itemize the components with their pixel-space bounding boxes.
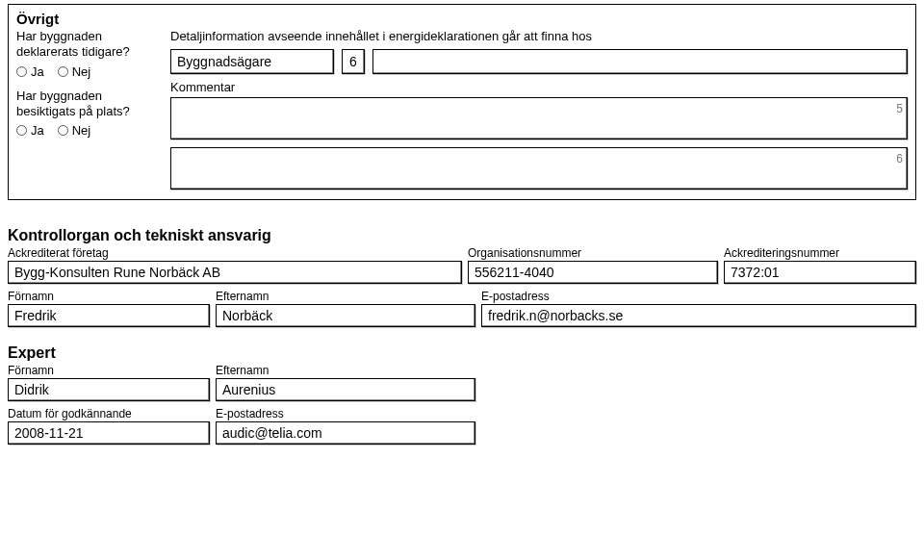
kontroll-section: Kontrollorgan och tekniskt ansvarig Ackr… [8, 227, 916, 327]
email-label: E-postadress [481, 290, 916, 303]
expert-date-field[interactable]: 2008-11-21 [8, 421, 210, 445]
declared-nej-option[interactable]: Nej [58, 64, 91, 79]
accnum-field[interactable]: 7372:01 [724, 261, 916, 284]
expert-date-label: Datum för godkännande [8, 407, 210, 420]
source-name-field[interactable]: Byggnadsägare [170, 49, 334, 74]
kommentar-field-2[interactable]: 6 [170, 147, 908, 190]
detail-info-text: Detaljinformation avseende innehållet i … [170, 29, 908, 43]
ovrigt-section: Övrigt Har byggnaden deklarerats tidigar… [8, 4, 916, 200]
declared-ja-option[interactable]: Ja [16, 64, 44, 79]
expert-fname-label: Förnamn [8, 364, 210, 377]
expert-lname-field[interactable]: Aurenius [216, 378, 475, 401]
radio-icon [58, 66, 68, 77]
expert-email-label: E-postadress [216, 407, 475, 420]
fname-field[interactable]: Fredrik [8, 304, 210, 327]
company-field[interactable]: Bygg-Konsulten Rune Norbäck AB [8, 261, 462, 284]
expert-section: Expert Förnamn Didrik Efternamn Aurenius… [8, 344, 916, 445]
org-field[interactable]: 556211-4040 [468, 261, 718, 284]
declared-radio-group: Ja Nej [16, 64, 153, 79]
radio-label-ja: Ja [31, 123, 44, 138]
inspected-ja-option[interactable]: Ja [16, 123, 44, 138]
expert-heading: Expert [8, 344, 916, 362]
source-blank-field[interactable] [372, 49, 908, 74]
inspected-nej-option[interactable]: Nej [58, 123, 91, 138]
expert-lname-label: Efternamn [216, 364, 475, 377]
radio-label-nej: Nej [72, 123, 91, 138]
radio-icon [16, 66, 27, 77]
kontroll-heading: Kontrollorgan och tekniskt ansvarig [8, 227, 916, 244]
line-count-2: 6 [896, 152, 903, 165]
ovrigt-title: Övrigt [16, 11, 908, 27]
line-count-1: 5 [896, 102, 903, 115]
company-label: Ackrediterat företag [8, 246, 462, 260]
inspected-radio-group: Ja Nej [16, 123, 153, 138]
accnum-label: Ackrediteringsnummer [724, 246, 916, 260]
lname-label: Efternamn [216, 290, 475, 303]
inspected-question: Har byggnaden besiktigats på plats? [16, 89, 153, 120]
fname-label: Förnamn [8, 290, 210, 303]
radio-label-nej: Nej [72, 64, 91, 79]
source-num-field[interactable]: 6 [342, 49, 365, 74]
kommentar-label: Kommentar [170, 80, 908, 95]
lname-field[interactable]: Norbäck [216, 304, 475, 327]
radio-icon [58, 125, 68, 136]
org-label: Organisationsnummer [468, 246, 718, 260]
radio-label-ja: Ja [31, 64, 44, 79]
radio-icon [16, 125, 27, 136]
expert-email-field[interactable]: audic@telia.com [216, 421, 475, 445]
email-field[interactable]: fredrik.n@norbacks.se [481, 304, 916, 327]
expert-fname-field[interactable]: Didrik [8, 378, 210, 401]
kommentar-field-1[interactable]: 5 [170, 97, 908, 140]
declared-question: Har byggnaden deklarerats tidigare? [16, 29, 153, 61]
